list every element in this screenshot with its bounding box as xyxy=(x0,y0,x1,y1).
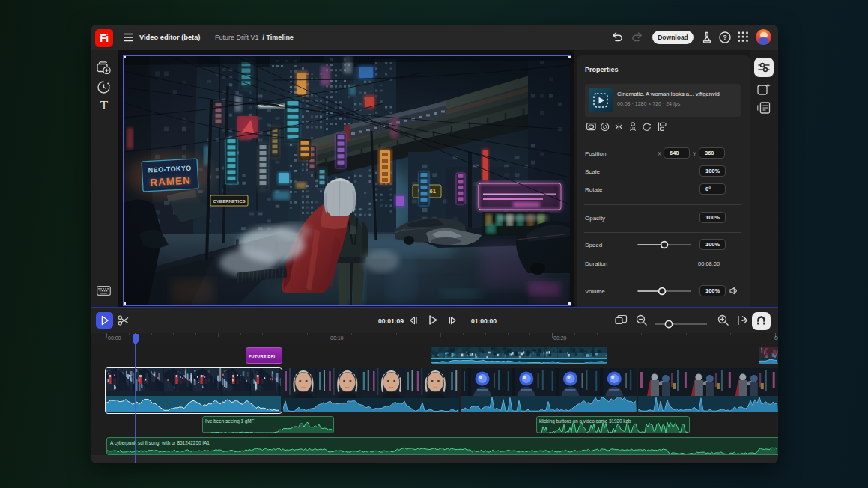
svg-text:?: ? xyxy=(723,34,727,41)
